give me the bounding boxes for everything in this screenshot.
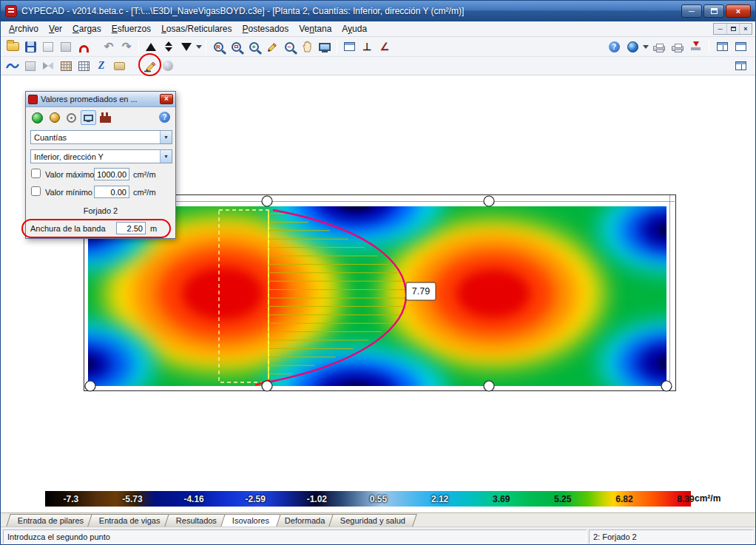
globe-dropdown-icon[interactable] bbox=[642, 38, 649, 55]
floor-indicator: 2: Forjado 2 bbox=[589, 529, 753, 544]
language-globe-icon[interactable] bbox=[624, 38, 641, 55]
slab-grid-icon[interactable] bbox=[75, 58, 92, 74]
print-icon[interactable] bbox=[650, 38, 668, 55]
dimension-icon[interactable]: ∠ bbox=[376, 38, 394, 55]
color-scale-bar: -7.3-5.73-4.16-2.59-1.020.552.123.695.25… bbox=[45, 491, 691, 507]
plan-view-icon[interactable] bbox=[732, 58, 749, 74]
new-window-icon[interactable] bbox=[340, 38, 358, 55]
open-folder-icon[interactable] bbox=[4, 38, 21, 55]
band-unit-label: m bbox=[150, 224, 157, 233]
mdi-restore-button[interactable] bbox=[726, 24, 739, 34]
min-value-label: Valor mínimo bbox=[45, 188, 92, 197]
mdi-close-button[interactable]: × bbox=[739, 24, 752, 34]
redraw-icon[interactable]: R bbox=[209, 38, 227, 55]
scale-value: 3.69 bbox=[493, 494, 510, 504]
chevron-down-icon[interactable]: ▼ bbox=[160, 150, 172, 163]
menu-bar: ArchivoVerCargasEsfuerzosLosas/Reticular… bbox=[1, 21, 755, 37]
pan-hand-icon[interactable] bbox=[298, 38, 316, 55]
tab-bar: Entrada de pilaresEntrada de vigasResult… bbox=[1, 512, 755, 527]
menu-archivo[interactable]: Archivo bbox=[4, 22, 44, 35]
bowtie-glyph bbox=[42, 61, 54, 70]
orthogonal-icon[interactable]: ⊥ bbox=[358, 38, 376, 55]
undo-icon[interactable]: ↶ bbox=[100, 38, 118, 55]
plotter-icon[interactable] bbox=[669, 38, 686, 55]
dialog-title-bar[interactable]: Valores promediados en ... × bbox=[26, 92, 175, 107]
dialog-app-icon bbox=[28, 95, 38, 104]
menu-ver[interactable]: Ver bbox=[44, 22, 67, 35]
menu-cargas[interactable]: Cargas bbox=[67, 22, 107, 35]
help-icon[interactable]: ? bbox=[605, 38, 623, 55]
mdi-minimize-button[interactable]: ─ bbox=[714, 24, 726, 34]
dialog-help-icon[interactable]: ? bbox=[159, 112, 170, 123]
print-drawing-icon[interactable] bbox=[39, 38, 57, 55]
panels-icon[interactable] bbox=[21, 58, 39, 74]
max-value-checkbox[interactable] bbox=[31, 169, 41, 178]
scale-value: -4.16 bbox=[183, 494, 203, 504]
close-button[interactable]: × bbox=[726, 4, 751, 18]
zoom-extents-icon[interactable]: + bbox=[245, 38, 263, 55]
averaged-values-dialog: Valores promediados en ... × ? Cuantías … bbox=[25, 91, 176, 239]
factory-icon[interactable] bbox=[98, 110, 113, 125]
wave-glyph bbox=[6, 61, 19, 71]
averaged-band-tool-icon[interactable] bbox=[141, 58, 159, 74]
scale-value: -5.73 bbox=[122, 494, 142, 504]
scale-value: 6.82 bbox=[615, 494, 632, 504]
rebar-icon[interactable] bbox=[75, 38, 92, 55]
mesh-icon[interactable] bbox=[39, 58, 57, 74]
chevron-down-icon[interactable]: ▼ bbox=[160, 131, 172, 143]
screen-icon[interactable] bbox=[81, 110, 96, 125]
max-value-input[interactable] bbox=[94, 168, 129, 180]
minimize-button[interactable]: ─ bbox=[681, 4, 702, 18]
tab-deformada[interactable]: Deformada bbox=[273, 514, 337, 527]
zoom-out-icon[interactable]: − bbox=[280, 38, 298, 55]
menu-esfuerzos[interactable]: Esfuerzos bbox=[107, 22, 156, 35]
tab-resultados[interactable]: Resultados bbox=[164, 514, 229, 527]
min-value-input[interactable] bbox=[94, 186, 129, 198]
beams-view-icon[interactable] bbox=[4, 58, 21, 74]
menu-ayuda[interactable]: Ayuda bbox=[337, 22, 372, 35]
scale-value: 0.55 bbox=[370, 494, 387, 504]
min-value-checkbox[interactable] bbox=[31, 186, 41, 196]
app-icon bbox=[5, 5, 17, 17]
hand-glyph bbox=[302, 41, 313, 53]
mark-pencil-icon[interactable] bbox=[263, 38, 280, 55]
band-width-label: Anchura de la banda bbox=[30, 224, 106, 233]
direction-combo[interactable]: Inferior, dirección Y ▼ bbox=[30, 149, 172, 163]
floor-up-icon[interactable] bbox=[142, 38, 160, 55]
full-view-icon[interactable] bbox=[316, 38, 334, 55]
references-icon[interactable] bbox=[47, 110, 62, 125]
rings-icon[interactable] bbox=[64, 110, 79, 125]
tab-entrada-de-pilares[interactable]: Entrada de pilares bbox=[6, 514, 95, 527]
expand-view-icon[interactable] bbox=[732, 38, 749, 55]
zoom-window-icon[interactable] bbox=[227, 38, 245, 55]
title-bar: CYPECAD - v2014.beta.c - [T:\...\E3DI_Na… bbox=[1, 1, 755, 21]
floor-down-icon[interactable] bbox=[178, 38, 195, 55]
isovalues-sphere-icon[interactable] bbox=[30, 110, 45, 125]
menu-ventana[interactable]: Ventana bbox=[294, 22, 337, 35]
scale-value: 8.39 bbox=[677, 494, 694, 504]
redo-icon[interactable]: ↷ bbox=[118, 38, 135, 55]
split-view-icon[interactable] bbox=[713, 38, 731, 55]
magnitude-combo[interactable]: Cuantías ▼ bbox=[30, 130, 172, 144]
tab-isovalores[interactable]: Isovalores bbox=[220, 514, 281, 527]
export-icon[interactable] bbox=[57, 38, 75, 55]
magnitude-combo-value: Cuantías bbox=[34, 133, 67, 142]
floor-list-icon[interactable] bbox=[160, 38, 178, 55]
scale-value: 2.12 bbox=[431, 494, 448, 504]
maximize-button[interactable] bbox=[703, 4, 724, 18]
main-toolbar: ↶ ↷ R + − ⊥ ∠ ? bbox=[1, 37, 755, 57]
band-width-input[interactable] bbox=[116, 222, 146, 234]
menu-postesados[interactable]: Postesados bbox=[237, 22, 294, 35]
save-icon[interactable] bbox=[21, 38, 39, 55]
reticular-icon[interactable] bbox=[57, 58, 75, 74]
deflection-icon[interactable]: Z bbox=[92, 58, 110, 74]
dialog-close-icon[interactable]: × bbox=[160, 94, 173, 104]
pencil-glyph bbox=[266, 41, 277, 53]
tab-seguridad-y-salud[interactable]: Seguridad y salud bbox=[329, 514, 418, 527]
contour-icon[interactable] bbox=[159, 58, 177, 74]
tab-entrada-de-vigas[interactable]: Entrada de vigas bbox=[88, 514, 172, 527]
menu-losas-reticulares[interactable]: Losas/Reticulares bbox=[156, 22, 237, 35]
floor-dropdown-icon[interactable] bbox=[195, 38, 203, 55]
drop-panel-icon[interactable] bbox=[110, 58, 128, 74]
import-icon[interactable] bbox=[687, 38, 705, 55]
